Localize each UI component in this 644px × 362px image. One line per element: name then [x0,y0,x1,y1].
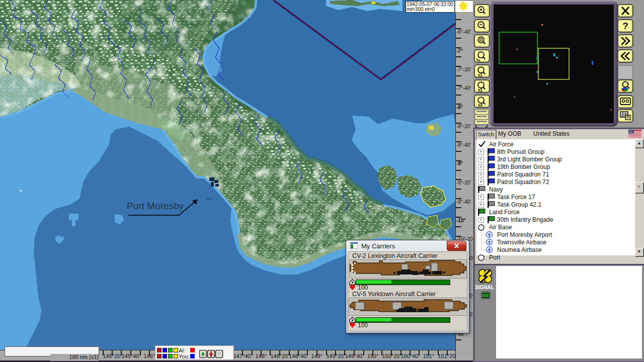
svg-text:x4: x4 [478,103,483,107]
svg-text:Port Moresby: Port Moresby [127,201,184,211]
svg-text:x1: x1 [478,73,483,77]
svg-text:x2: x2 [478,88,483,92]
svg-text:ooooo: ooooo [206,197,213,200]
